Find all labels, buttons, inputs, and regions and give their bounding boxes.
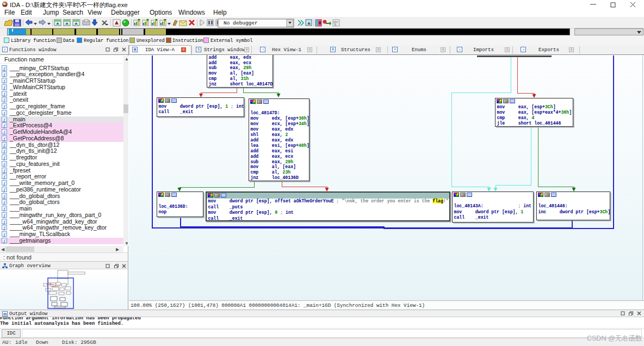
svg-text:No debugger: No debugger: [224, 20, 258, 26]
svg-text:B: B: [335, 23, 336, 27]
